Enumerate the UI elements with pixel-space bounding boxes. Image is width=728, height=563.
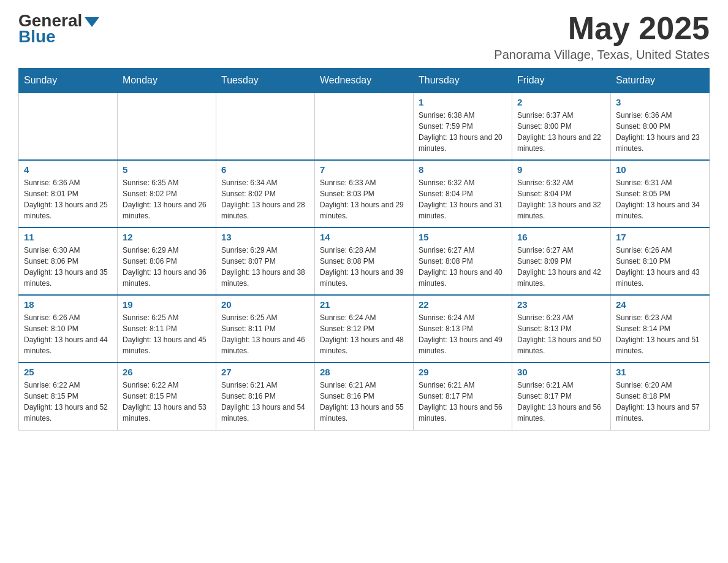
header-day-tuesday: Tuesday (216, 69, 315, 93)
day-number: 13 (221, 232, 309, 242)
calendar-cell: 16Sunrise: 6:27 AMSunset: 8:09 PMDayligh… (512, 228, 611, 295)
calendar-cell: 19Sunrise: 6:25 AMSunset: 8:11 PMDayligh… (118, 295, 216, 362)
day-info: Sunrise: 6:25 AMSunset: 8:11 PMDaylight:… (221, 312, 309, 356)
logo-blue: Blue (18, 27, 56, 47)
logo: General Blue (18, 12, 99, 47)
day-number: 21 (320, 299, 408, 310)
day-number: 24 (616, 299, 704, 310)
calendar-cell: 9Sunrise: 6:32 AMSunset: 8:04 PMDaylight… (512, 160, 611, 228)
day-number: 12 (123, 232, 211, 242)
day-number: 30 (517, 367, 605, 377)
calendar-cell: 14Sunrise: 6:28 AMSunset: 8:08 PMDayligh… (315, 228, 414, 295)
day-info: Sunrise: 6:27 AMSunset: 8:09 PMDaylight:… (517, 245, 605, 289)
day-info: Sunrise: 6:25 AMSunset: 8:11 PMDaylight:… (123, 312, 211, 356)
day-info: Sunrise: 6:32 AMSunset: 8:04 PMDaylight:… (517, 177, 605, 221)
day-info: Sunrise: 6:29 AMSunset: 8:06 PMDaylight:… (123, 245, 211, 289)
week-row-4: 18Sunrise: 6:26 AMSunset: 8:10 PMDayligh… (19, 295, 710, 362)
calendar-cell (216, 93, 315, 160)
day-number: 20 (221, 299, 309, 310)
calendar-cell (118, 93, 216, 160)
calendar-cell: 5Sunrise: 6:35 AMSunset: 8:02 PMDaylight… (118, 160, 216, 228)
day-info: Sunrise: 6:37 AMSunset: 8:00 PMDaylight:… (517, 110, 605, 154)
month-title: May 2025 (494, 12, 710, 44)
day-number: 19 (123, 299, 211, 310)
day-number: 4 (24, 164, 112, 175)
header-day-friday: Friday (512, 69, 611, 93)
day-number: 7 (320, 164, 408, 175)
calendar-cell: 25Sunrise: 6:22 AMSunset: 8:15 PMDayligh… (19, 362, 118, 430)
day-number: 16 (517, 232, 605, 242)
day-number: 29 (419, 367, 507, 377)
day-number: 15 (419, 232, 507, 242)
calendar-cell: 30Sunrise: 6:21 AMSunset: 8:17 PMDayligh… (512, 362, 611, 430)
calendar-table: SundayMondayTuesdayWednesdayThursdayFrid… (18, 68, 710, 431)
calendar-cell: 18Sunrise: 6:26 AMSunset: 8:10 PMDayligh… (19, 295, 118, 362)
day-info: Sunrise: 6:26 AMSunset: 8:10 PMDaylight:… (24, 312, 112, 356)
calendar-cell: 1Sunrise: 6:38 AMSunset: 7:59 PMDaylight… (414, 93, 512, 160)
calendar-cell: 31Sunrise: 6:20 AMSunset: 8:18 PMDayligh… (611, 362, 710, 430)
calendar-cell: 20Sunrise: 6:25 AMSunset: 8:11 PMDayligh… (216, 295, 315, 362)
calendar-cell: 3Sunrise: 6:36 AMSunset: 8:00 PMDaylight… (611, 93, 710, 160)
day-info: Sunrise: 6:28 AMSunset: 8:08 PMDaylight:… (320, 245, 408, 289)
day-info: Sunrise: 6:22 AMSunset: 8:15 PMDaylight:… (24, 380, 112, 424)
day-info: Sunrise: 6:23 AMSunset: 8:14 PMDaylight:… (616, 312, 704, 356)
day-number: 9 (517, 164, 605, 175)
page-header: General Blue May 2025 Panorama Village, … (18, 12, 710, 62)
title-block: May 2025 Panorama Village, Texas, United… (494, 12, 710, 62)
day-number: 23 (517, 299, 605, 310)
day-number: 28 (320, 367, 408, 377)
day-info: Sunrise: 6:21 AMSunset: 8:16 PMDaylight:… (320, 380, 408, 424)
day-info: Sunrise: 6:31 AMSunset: 8:05 PMDaylight:… (616, 177, 704, 221)
day-number: 18 (24, 299, 112, 310)
day-info: Sunrise: 6:22 AMSunset: 8:15 PMDaylight:… (123, 380, 211, 424)
calendar-cell: 24Sunrise: 6:23 AMSunset: 8:14 PMDayligh… (611, 295, 710, 362)
day-info: Sunrise: 6:36 AMSunset: 8:00 PMDaylight:… (616, 110, 704, 154)
day-number: 26 (123, 367, 211, 377)
day-number: 11 (24, 232, 112, 242)
day-number: 5 (123, 164, 211, 175)
day-number: 22 (419, 299, 507, 310)
day-info: Sunrise: 6:35 AMSunset: 8:02 PMDaylight:… (123, 177, 211, 221)
day-info: Sunrise: 6:32 AMSunset: 8:04 PMDaylight:… (419, 177, 507, 221)
calendar-cell: 8Sunrise: 6:32 AMSunset: 8:04 PMDaylight… (414, 160, 512, 228)
calendar-body: 1Sunrise: 6:38 AMSunset: 7:59 PMDaylight… (19, 93, 710, 430)
day-info: Sunrise: 6:23 AMSunset: 8:13 PMDaylight:… (517, 312, 605, 356)
day-info: Sunrise: 6:26 AMSunset: 8:10 PMDaylight:… (616, 245, 704, 289)
calendar-header: SundayMondayTuesdayWednesdayThursdayFrid… (19, 69, 710, 93)
calendar-cell: 15Sunrise: 6:27 AMSunset: 8:08 PMDayligh… (414, 228, 512, 295)
day-number: 14 (320, 232, 408, 242)
header-day-saturday: Saturday (611, 69, 710, 93)
day-number: 31 (616, 367, 704, 377)
day-info: Sunrise: 6:24 AMSunset: 8:13 PMDaylight:… (419, 312, 507, 356)
calendar-cell: 27Sunrise: 6:21 AMSunset: 8:16 PMDayligh… (216, 362, 315, 430)
day-number: 27 (221, 367, 309, 377)
calendar-cell: 13Sunrise: 6:29 AMSunset: 8:07 PMDayligh… (216, 228, 315, 295)
day-number: 25 (24, 367, 112, 377)
calendar-cell: 21Sunrise: 6:24 AMSunset: 8:12 PMDayligh… (315, 295, 414, 362)
calendar-cell: 7Sunrise: 6:33 AMSunset: 8:03 PMDaylight… (315, 160, 414, 228)
day-number: 10 (616, 164, 704, 175)
calendar-cell: 2Sunrise: 6:37 AMSunset: 8:00 PMDaylight… (512, 93, 611, 160)
calendar-cell: 29Sunrise: 6:21 AMSunset: 8:17 PMDayligh… (414, 362, 512, 430)
day-info: Sunrise: 6:33 AMSunset: 8:03 PMDaylight:… (320, 177, 408, 221)
calendar-cell (315, 93, 414, 160)
day-number: 1 (419, 97, 507, 107)
calendar-cell: 4Sunrise: 6:36 AMSunset: 8:01 PMDaylight… (19, 160, 118, 228)
day-number: 6 (221, 164, 309, 175)
header-day-monday: Monday (118, 69, 216, 93)
day-info: Sunrise: 6:34 AMSunset: 8:02 PMDaylight:… (221, 177, 309, 221)
day-info: Sunrise: 6:29 AMSunset: 8:07 PMDaylight:… (221, 245, 309, 289)
calendar-cell: 6Sunrise: 6:34 AMSunset: 8:02 PMDaylight… (216, 160, 315, 228)
calendar-cell: 12Sunrise: 6:29 AMSunset: 8:06 PMDayligh… (118, 228, 216, 295)
header-day-thursday: Thursday (414, 69, 512, 93)
day-info: Sunrise: 6:36 AMSunset: 8:01 PMDaylight:… (24, 177, 112, 221)
day-info: Sunrise: 6:20 AMSunset: 8:18 PMDaylight:… (616, 380, 704, 424)
day-info: Sunrise: 6:24 AMSunset: 8:12 PMDaylight:… (320, 312, 408, 356)
week-row-1: 1Sunrise: 6:38 AMSunset: 7:59 PMDaylight… (19, 93, 710, 160)
header-day-sunday: Sunday (19, 69, 118, 93)
day-number: 3 (616, 97, 704, 107)
day-info: Sunrise: 6:27 AMSunset: 8:08 PMDaylight:… (419, 245, 507, 289)
header-day-wednesday: Wednesday (315, 69, 414, 93)
calendar-cell: 23Sunrise: 6:23 AMSunset: 8:13 PMDayligh… (512, 295, 611, 362)
logo-arrow-icon (85, 17, 99, 27)
